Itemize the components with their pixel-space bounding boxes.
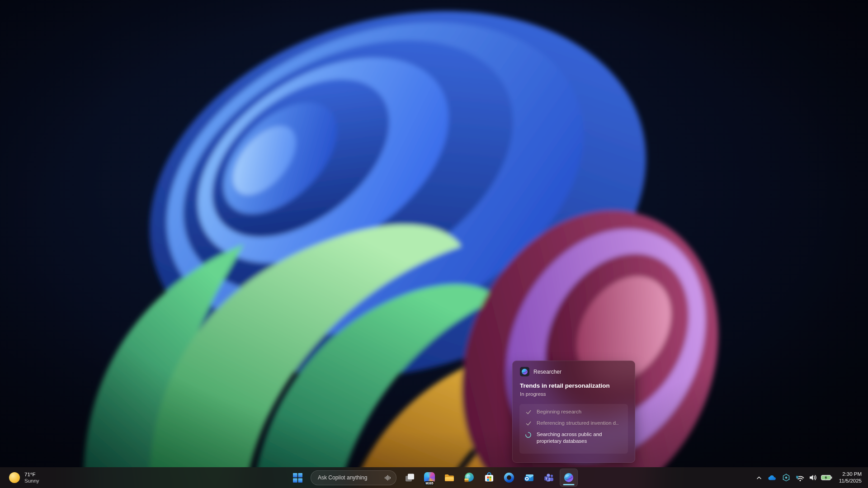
notification-steps-card: Beginning research Referencing structure… [519, 404, 628, 454]
notification-title: Trends in retail personalization [520, 382, 627, 389]
weather-condition: Sunny [24, 478, 39, 484]
checkmark-icon [525, 420, 532, 427]
volume-tray-button[interactable] [807, 469, 820, 487]
edge-icon [463, 472, 475, 483]
research-step-in-progress: Searching across public and proprietary … [525, 431, 623, 445]
chevron-up-icon [755, 474, 763, 481]
teams-button[interactable]: T [540, 469, 558, 487]
progress-spinner-icon [525, 431, 532, 438]
checkmark-icon [525, 408, 532, 416]
copilot-search-input[interactable]: Ask Copilot anything [311, 470, 396, 485]
weather-temperature: 71°F [24, 471, 39, 478]
folder-icon [443, 472, 455, 483]
battery-charging-icon [821, 475, 832, 480]
research-step-completed: Referencing structured invention d... [525, 420, 623, 427]
taskbar-clock[interactable]: 2:30 PM 11/5/2025 [835, 471, 865, 484]
sun-icon [9, 472, 20, 483]
notification-status: In progress [520, 391, 627, 397]
research-step-completed: Beginning research [525, 408, 623, 416]
m365-copilot-button[interactable]: M365 [420, 469, 439, 487]
clock-date: 11/5/2025 [839, 478, 862, 484]
teams-glyph: T [544, 476, 549, 481]
task-view-button[interactable] [401, 469, 419, 487]
taskbar: 71°F Sunny Ask Copilot anything [0, 467, 868, 488]
voice-waveform-icon [384, 474, 391, 481]
researcher-sphere-icon [563, 472, 575, 483]
step-label: Referencing structured invention d... [537, 420, 619, 427]
agent-cube-tray-button[interactable] [779, 469, 793, 487]
system-tray: 2:30 PM 11/5/2025 [752, 469, 865, 487]
taskbar-center: Ask Copilot anything M365 [288, 469, 579, 487]
outlook-icon [523, 472, 535, 483]
volume-icon [809, 474, 817, 481]
researcher-button[interactable] [560, 469, 578, 487]
active-app-indicator [563, 484, 575, 485]
battery-tray-button[interactable] [820, 469, 834, 487]
researcher-notification[interactable]: Researcher Trends in retail personalizat… [512, 361, 635, 463]
task-view-icon [404, 472, 415, 483]
windows-logo-icon [293, 473, 302, 483]
m365-badge: M365 [425, 481, 434, 485]
wallpaper-bloom [0, 0, 868, 488]
researcher-app-icon [520, 367, 529, 376]
blue-loop-sparkle-icon [503, 472, 515, 483]
notification-app-name: Researcher [533, 369, 561, 375]
copilot-loop-button[interactable] [500, 469, 518, 487]
agent-cube-icon [782, 473, 791, 482]
network-tray-button[interactable] [793, 469, 807, 487]
onedrive-tray-button[interactable] [766, 469, 779, 487]
edge-button[interactable] [460, 469, 478, 487]
clock-time: 2:30 PM [839, 471, 862, 478]
onedrive-cloud-icon [768, 474, 777, 481]
search-placeholder: Ask Copilot anything [318, 474, 381, 481]
step-label: Beginning research [537, 408, 581, 415]
store-button[interactable] [480, 469, 498, 487]
store-bag-icon [483, 472, 495, 483]
file-explorer-button[interactable] [440, 469, 458, 487]
notification-header: Researcher [520, 367, 627, 376]
wifi-shield-icon [795, 474, 805, 482]
start-button[interactable] [288, 469, 307, 487]
step-label: Searching across public and proprietary … [537, 431, 617, 445]
researcher-sphere-icon [522, 369, 528, 375]
tray-chevron-button[interactable] [752, 469, 766, 487]
desktop: Researcher Trends in retail personalizat… [0, 0, 868, 488]
outlook-button[interactable] [520, 469, 538, 487]
weather-widget[interactable]: 71°F Sunny [5, 469, 44, 487]
